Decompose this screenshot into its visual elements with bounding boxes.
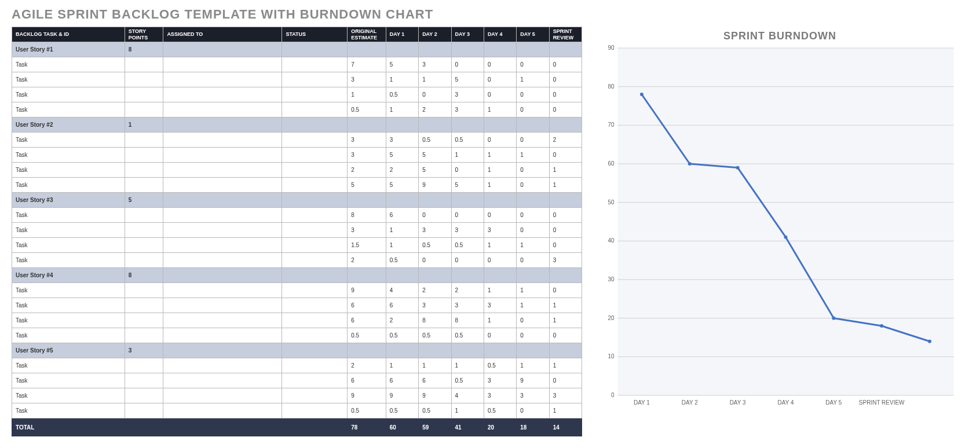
cell[interactable]: 3: [419, 223, 451, 238]
cell[interactable]: 8: [451, 313, 484, 328]
cell[interactable]: 0: [484, 133, 516, 148]
cell[interactable]: 9: [517, 373, 549, 388]
cell[interactable]: 2: [549, 133, 582, 148]
cell[interactable]: [282, 163, 348, 178]
cell[interactable]: [282, 358, 348, 373]
cell[interactable]: 3: [484, 388, 516, 403]
cell[interactable]: [163, 238, 282, 253]
cell[interactable]: [282, 178, 348, 193]
cell[interactable]: 0: [549, 328, 582, 343]
cell[interactable]: [125, 208, 163, 223]
cell[interactable]: [484, 343, 516, 358]
cell[interactable]: [451, 268, 484, 283]
cell[interactable]: [282, 313, 348, 328]
cell[interactable]: [163, 163, 282, 178]
cell[interactable]: 14: [549, 418, 582, 436]
cell[interactable]: 0: [517, 328, 549, 343]
cell[interactable]: [549, 193, 582, 208]
cell[interactable]: 0: [549, 87, 582, 102]
cell[interactable]: [386, 343, 418, 358]
cell[interactable]: 1: [386, 358, 418, 373]
cell[interactable]: Task: [12, 72, 125, 87]
cell[interactable]: [282, 298, 348, 313]
cell[interactable]: 1: [484, 313, 516, 328]
cell[interactable]: [125, 57, 163, 72]
cell[interactable]: 3: [517, 388, 549, 403]
cell[interactable]: [484, 193, 516, 208]
cell[interactable]: 0.5: [348, 403, 386, 418]
cell[interactable]: 9: [348, 388, 386, 403]
cell[interactable]: Task: [12, 298, 125, 313]
cell[interactable]: 4: [386, 283, 418, 298]
cell[interactable]: Task: [12, 328, 125, 343]
cell[interactable]: 18: [517, 418, 549, 436]
cell[interactable]: [163, 298, 282, 313]
cell[interactable]: [282, 403, 348, 418]
cell[interactable]: 2: [419, 102, 451, 117]
cell[interactable]: [282, 388, 348, 403]
cell[interactable]: 0: [517, 253, 549, 268]
cell[interactable]: 1: [484, 238, 516, 253]
cell[interactable]: [163, 208, 282, 223]
cell[interactable]: 3: [348, 133, 386, 148]
cell[interactable]: 0: [419, 208, 451, 223]
cell[interactable]: 1: [451, 403, 484, 418]
cell[interactable]: 8: [125, 42, 163, 57]
cell[interactable]: [386, 117, 418, 133]
cell[interactable]: 0: [549, 238, 582, 253]
cell[interactable]: [125, 163, 163, 178]
cell[interactable]: [282, 268, 348, 283]
cell[interactable]: Task: [12, 373, 125, 388]
cell[interactable]: 3: [484, 373, 516, 388]
cell[interactable]: 3: [451, 223, 484, 238]
cell[interactable]: 1: [549, 358, 582, 373]
cell[interactable]: 1: [549, 403, 582, 418]
cell[interactable]: 1: [484, 102, 516, 117]
cell[interactable]: User Story #3: [12, 193, 125, 208]
cell[interactable]: 2: [386, 163, 418, 178]
cell[interactable]: User Story #1: [12, 42, 125, 57]
cell[interactable]: 3: [451, 298, 484, 313]
cell[interactable]: 6: [419, 373, 451, 388]
cell[interactable]: 0: [517, 178, 549, 193]
cell[interactable]: 0: [484, 208, 516, 223]
cell[interactable]: [282, 343, 348, 358]
cell[interactable]: [163, 57, 282, 72]
cell[interactable]: [125, 373, 163, 388]
cell[interactable]: Task: [12, 238, 125, 253]
cell[interactable]: [282, 373, 348, 388]
cell[interactable]: 0: [517, 133, 549, 148]
cell[interactable]: [282, 133, 348, 148]
cell[interactable]: 1: [484, 178, 516, 193]
cell[interactable]: [125, 87, 163, 102]
cell[interactable]: [282, 223, 348, 238]
cell[interactable]: [484, 117, 516, 133]
cell[interactable]: [163, 223, 282, 238]
cell[interactable]: [163, 42, 282, 57]
cell[interactable]: 0: [549, 148, 582, 163]
cell[interactable]: Task: [12, 388, 125, 403]
cell[interactable]: 0.5: [484, 403, 516, 418]
cell[interactable]: [163, 193, 282, 208]
cell[interactable]: [125, 313, 163, 328]
cell[interactable]: [348, 193, 386, 208]
cell[interactable]: 1: [484, 283, 516, 298]
cell[interactable]: 3: [125, 343, 163, 358]
cell[interactable]: 0.5: [386, 328, 418, 343]
cell[interactable]: Task: [12, 358, 125, 373]
cell[interactable]: [282, 238, 348, 253]
cell[interactable]: 3: [549, 253, 582, 268]
cell[interactable]: 1: [484, 148, 516, 163]
cell[interactable]: 1: [419, 72, 451, 87]
cell[interactable]: Task: [12, 102, 125, 117]
cell[interactable]: [282, 148, 348, 163]
cell[interactable]: 0: [549, 223, 582, 238]
cell[interactable]: 5: [419, 148, 451, 163]
cell[interactable]: Task: [12, 87, 125, 102]
cell[interactable]: 5: [386, 148, 418, 163]
cell[interactable]: 0.5: [419, 328, 451, 343]
cell[interactable]: 20: [484, 418, 516, 436]
cell[interactable]: 0: [484, 72, 516, 87]
cell[interactable]: [282, 328, 348, 343]
cell[interactable]: 3: [484, 298, 516, 313]
